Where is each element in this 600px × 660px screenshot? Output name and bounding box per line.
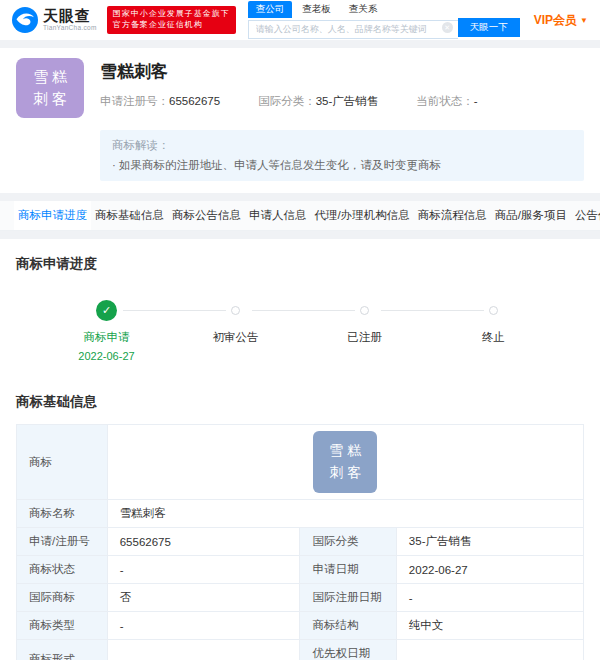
row-value-cell: - — [396, 584, 583, 612]
trademark-logo-badge: 雪糕 刺客 — [16, 58, 84, 118]
trademark-meta-row: 申请注册号：65562675 国际分类：35-广告销售 当前状态：- — [100, 94, 584, 109]
row-label-cell: 商标状态 — [17, 556, 108, 584]
trademark-interpretation-box: 商标解读： 如果商标的注册地址、申请人等信息发生变化，请及时变更商标 — [100, 130, 584, 181]
row-label-cell: 优先权日期? — [300, 640, 396, 660]
row-value-cell: - — [107, 640, 300, 660]
table-row: 商标类型 - 商标结构 纯中文 — [17, 612, 584, 640]
row-value-cell: 35-广告销售 — [396, 528, 583, 556]
row-label-cell: 商标名称 — [17, 500, 108, 528]
vip-member-link[interactable]: VIP会员 ▼ — [534, 12, 588, 29]
row-label-cell: 国际商标 — [17, 584, 108, 612]
table-row: 国际商标 否 国际注册日期 - — [17, 584, 584, 612]
tab-process-info[interactable]: 商标流程信息 — [414, 201, 491, 230]
trademark-badge-line2: 刺客 — [29, 88, 71, 111]
application-progress-stepper: ✓ 商标申请 2022-06-27 初审公告 已注册 终止 — [16, 299, 584, 363]
row-label-cell: 国际分类 — [300, 528, 396, 556]
trademark-image-cell: 雪糕 刺客 — [107, 425, 583, 500]
row-value-cell: 2022-06-27 — [396, 556, 583, 584]
row-value-cell: 纯中文 — [396, 612, 583, 640]
row-value-cell: 否 — [107, 584, 300, 612]
table-row: 申请/注册号 65562675 国际分类 35-广告销售 — [17, 528, 584, 556]
step-terminated: 终止 — [429, 299, 558, 363]
search-tab-boss[interactable]: 查老板 — [294, 1, 339, 18]
row-label-cell: 商标 — [17, 425, 108, 500]
progress-section-heading: 商标申请进度 — [16, 255, 584, 273]
interpretation-item: 如果商标的注册地址、申请人等信息发生变化，请及时变更商标 — [112, 158, 572, 173]
meta-intl-class: 国际分类：35-广告销售 — [258, 94, 378, 109]
page-title: 雪糕刺客 — [100, 60, 584, 83]
top-header: 天眼查 TianYanCha.com 国家中小企业发展子基金旗下 官方备案企业征… — [0, 0, 600, 40]
tab-announcement-info[interactable]: 商标公告信息 — [168, 201, 245, 230]
tab-goods-services[interactable]: 商品/服务项目 — [491, 201, 571, 230]
pending-circle-icon — [489, 306, 498, 315]
pending-circle-icon — [231, 306, 240, 315]
search-button[interactable]: 天眼一下 — [458, 18, 520, 37]
row-label-cell: 商标结构 — [300, 612, 396, 640]
row-value-cell: - — [107, 556, 300, 584]
tianyancha-logo-icon — [12, 7, 38, 33]
row-label-cell: 商标类型 — [17, 612, 108, 640]
tab-agency-info[interactable]: 代理/办理机构信息 — [311, 201, 414, 230]
search-input[interactable] — [248, 20, 458, 39]
basic-info-table: 商标 雪糕 刺客 商标名称 雪糕刺客 申请/注册号 65562675 国际分类 … — [16, 424, 584, 660]
row-label-cell: 申请日期 — [300, 556, 396, 584]
table-row: 商标形式 - 优先权日期? - — [17, 640, 584, 660]
brand-name: 天眼查 — [43, 8, 97, 23]
interpretation-title: 商标解读： — [112, 138, 572, 153]
basic-info-section-heading: 商标基础信息 — [16, 393, 584, 411]
row-value-cell: - — [107, 612, 300, 640]
row-value-cell: - — [396, 640, 583, 660]
pending-circle-icon — [360, 306, 369, 315]
tab-gazette-info[interactable]: 公告信息 — [571, 201, 600, 230]
section-tab-bar: 商标申请进度 商标基础信息 商标公告信息 申请人信息 代理/办理机构信息 商标流… — [0, 201, 600, 231]
trademark-image[interactable]: 雪糕 刺客 — [313, 431, 377, 493]
check-icon: ✓ — [96, 300, 117, 321]
clear-search-icon[interactable]: ✕ — [442, 22, 453, 33]
table-row: 商标 雪糕 刺客 — [17, 425, 584, 500]
row-label-cell: 申请/注册号 — [17, 528, 108, 556]
search-tab-company[interactable]: 查公司 — [248, 1, 293, 18]
chevron-down-icon: ▼ — [580, 16, 588, 25]
trademark-badge-line1: 雪糕 — [29, 66, 71, 89]
gov-badge-line1: 国家中小企业发展子基金旗下 — [113, 9, 230, 20]
row-value-cell: 雪糕刺客 — [107, 500, 583, 528]
vip-label: VIP会员 — [534, 12, 577, 29]
step-date: 2022-06-27 — [42, 350, 171, 363]
meta-current-status: 当前状态：- — [416, 94, 477, 109]
tianyancha-logo[interactable]: 天眼查 TianYanCha.com — [12, 7, 97, 33]
tab-basic-info[interactable]: 商标基础信息 — [91, 201, 168, 230]
meta-reg-number: 申请注册号：65562675 — [100, 94, 220, 109]
brand-domain: TianYanCha.com — [43, 25, 97, 32]
gov-certification-badge: 国家中小企业发展子基金旗下 官方备案企业征信机构 — [107, 6, 236, 34]
row-label-cell: 国际注册日期 — [300, 584, 396, 612]
search-tab-relation[interactable]: 查关系 — [341, 1, 386, 18]
search-tabs: 查公司 查老板 查关系 — [248, 1, 520, 18]
trademark-summary-card: 雪糕 刺客 雪糕刺客 申请注册号：65562675 国际分类：35-广告销售 当… — [0, 48, 600, 193]
gov-badge-line2: 官方备案企业征信机构 — [113, 20, 230, 31]
step-application: ✓ 商标申请 2022-06-27 — [42, 299, 171, 363]
tab-applicant-info[interactable]: 申请人信息 — [245, 201, 311, 230]
table-row: 商标状态 - 申请日期 2022-06-27 — [17, 556, 584, 584]
table-row: 商标名称 雪糕刺客 — [17, 500, 584, 528]
row-value-cell: 65562675 — [107, 528, 300, 556]
main-content-card: 商标申请进度 ✓ 商标申请 2022-06-27 初审公告 已注册 终止 商标基… — [0, 239, 600, 660]
step-preliminary-announcement: 初审公告 — [171, 299, 300, 363]
search-area: 查公司 查老板 查关系 ✕ 天眼一下 — [248, 1, 520, 39]
tab-application-progress[interactable]: 商标申请进度 — [14, 201, 91, 230]
step-registered: 已注册 — [300, 299, 429, 363]
row-label-cell: 商标形式 — [17, 640, 108, 660]
